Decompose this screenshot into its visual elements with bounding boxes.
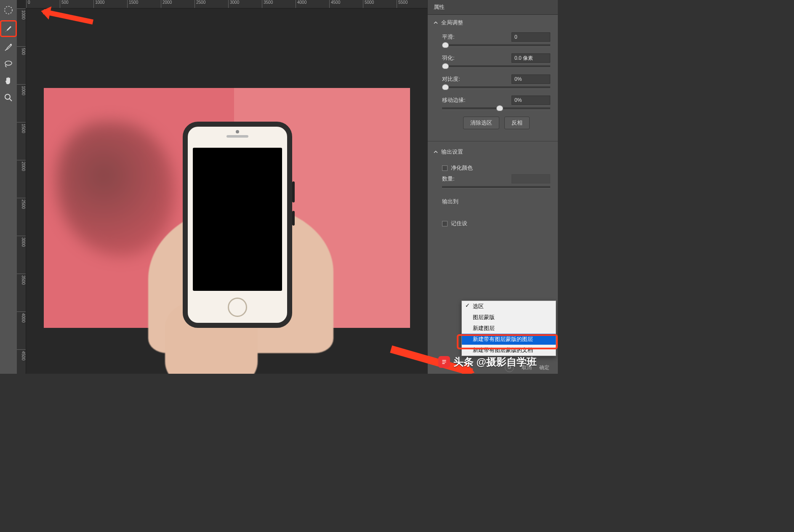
ruler-tick: 3500 [17, 274, 26, 311]
watermark-text: 头条 @摄影自学班 [453, 355, 537, 369]
hand-tool[interactable] [2, 74, 15, 88]
toutiao-logo-icon [438, 356, 450, 368]
feather-label: 羽化: [442, 54, 512, 62]
output-to-label: 输出到 [442, 198, 458, 205]
ruler-tick: 5500 [397, 0, 427, 8]
canvas-viewport[interactable] [26, 8, 427, 374]
hand-icon [3, 76, 13, 86]
marquee-icon [3, 5, 13, 15]
properties-panel: 属性 全局调整 平滑: 羽化: 对比度: 移动边缘: [427, 0, 558, 374]
purify-colors-checkbox[interactable] [442, 165, 448, 171]
spot-brush-tool[interactable] [2, 40, 15, 54]
smooth-label: 平滑: [442, 33, 512, 41]
contrast-input[interactable] [512, 74, 550, 84]
ruler-tick: 4500 [17, 349, 26, 374]
global-adjust-header[interactable]: 全局调整 [428, 15, 558, 31]
ruler-tick: 5000 [363, 0, 397, 8]
shift-edge-input[interactable] [512, 96, 550, 105]
brush-tool-highlighted[interactable] [0, 20, 17, 37]
ruler-tick: 500 [17, 46, 26, 84]
ruler-tick: 1000 [17, 84, 26, 122]
smooth-input[interactable] [512, 32, 550, 42]
ruler-tick: 4000 [17, 311, 26, 349]
svg-point-1 [10, 44, 12, 45]
zoom-icon [3, 93, 13, 103]
remember-settings-label: 记住设 [451, 220, 467, 227]
lasso-icon [3, 59, 13, 69]
ruler-horizontal: 0500100015002000250030003500400045005000… [26, 0, 427, 8]
marquee-tool[interactable] [2, 3, 15, 17]
shift-edge-label: 移动边缘: [442, 96, 512, 104]
panel-title[interactable]: 属性 [428, 0, 558, 15]
dropdown-item[interactable]: 新建图层 [462, 323, 556, 334]
ruler-tick: 4500 [329, 0, 363, 8]
dropdown-item[interactable]: 新建带有图层蒙版的图层 [462, 334, 556, 345]
phone-graphic [183, 122, 292, 328]
feather-input[interactable] [512, 53, 550, 63]
brush-icon [3, 24, 13, 34]
svg-point-2 [5, 61, 12, 65]
shift-edge-slider[interactable] [442, 107, 550, 110]
dropdown-item[interactable]: 新建带有图层蒙版的文档 [462, 345, 556, 356]
svg-point-3 [5, 94, 10, 99]
ok-button[interactable]: 确定 [539, 364, 549, 371]
global-adjust-label: 全局调整 [441, 19, 463, 27]
svg-point-0 [5, 6, 12, 14]
ruler-tick: 1500 [127, 0, 161, 8]
ruler-tick: 1000 [17, 8, 26, 46]
tools-sidebar [0, 0, 17, 374]
ruler-tick: 3000 [17, 236, 26, 274]
ruler-tick: 2000 [17, 160, 26, 198]
contrast-slider[interactable] [442, 86, 550, 89]
invert-button[interactable]: 反相 [504, 117, 530, 129]
lasso-tool[interactable] [2, 57, 15, 71]
ruler-tick: 3000 [228, 0, 262, 8]
leaf-shadow [56, 122, 174, 256]
ruler-tick: 2000 [161, 0, 195, 8]
ruler-tick: 2500 [17, 198, 26, 236]
output-settings-label: 输出设置 [441, 148, 463, 156]
smooth-slider[interactable] [442, 44, 550, 47]
ruler-tick: 3500 [262, 0, 296, 8]
purify-colors-label: 净化颜色 [451, 164, 473, 172]
watermark: 头条 @摄影自学班 [438, 355, 537, 369]
document-image [44, 88, 410, 328]
ruler-vertical: 100050010001500200025003000350040004500 [17, 8, 26, 374]
canvas-area: 0500100015002000250030003500400045005000… [17, 0, 427, 374]
chevron-down-icon [434, 21, 438, 25]
ruler-tick: 500 [60, 0, 93, 8]
zoom-tool[interactable] [2, 91, 15, 104]
remember-settings-checkbox[interactable] [442, 221, 448, 226]
output-to-dropdown[interactable]: 选区图层蒙版新建图层新建带有图层蒙版的图层新建带有图层蒙版的文档 [461, 301, 556, 356]
ruler-tick: 1000 [93, 0, 127, 8]
amount-input [512, 174, 550, 184]
feather-slider[interactable] [442, 65, 550, 68]
contrast-label: 对比度: [442, 75, 512, 83]
clear-selection-button[interactable]: 清除选区 [463, 117, 499, 129]
chevron-down-icon [434, 150, 438, 154]
dropdown-item[interactable]: 选区 [462, 301, 556, 312]
output-settings-header[interactable]: 输出设置 [428, 144, 558, 160]
amount-slider [442, 186, 550, 189]
dropdown-item[interactable]: 图层蒙版 [462, 312, 556, 323]
ruler-tick: 1500 [17, 122, 26, 160]
ruler-tick: 2500 [195, 0, 228, 8]
amount-label: 数量: [442, 175, 512, 183]
ruler-tick: 4000 [296, 0, 329, 8]
spot-brush-icon [3, 42, 13, 52]
